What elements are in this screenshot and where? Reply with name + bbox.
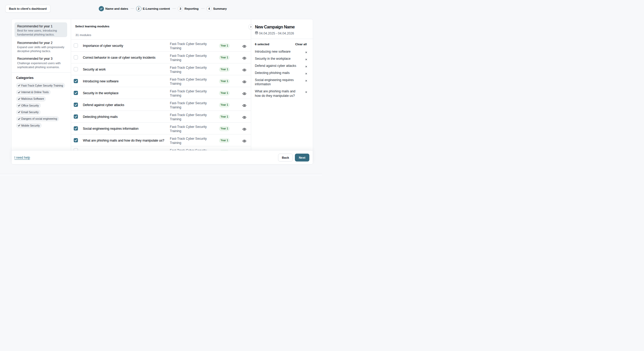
svg-text:1: 1 xyxy=(256,32,257,34)
